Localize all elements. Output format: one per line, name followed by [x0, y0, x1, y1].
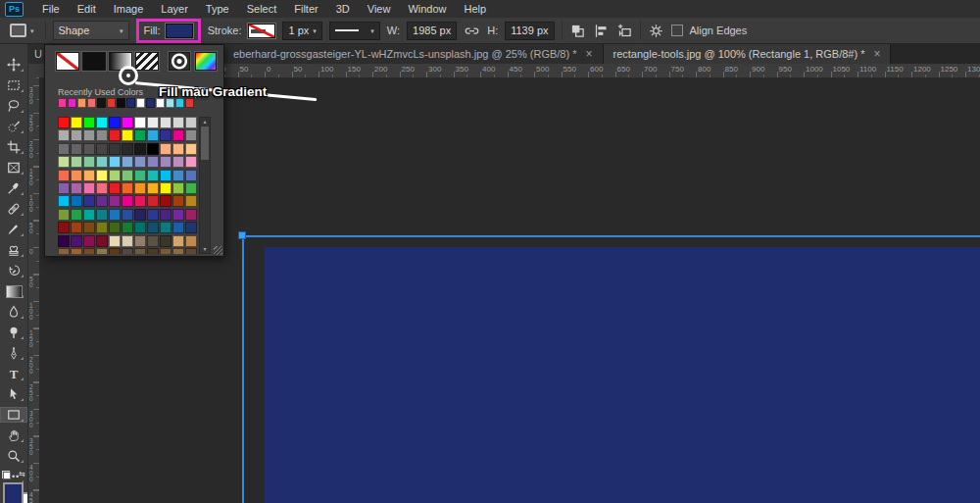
color-swatch[interactable] — [172, 235, 184, 247]
color-swatch[interactable] — [160, 170, 172, 181]
color-swatch[interactable] — [83, 156, 95, 168]
color-swatch[interactable] — [134, 182, 146, 194]
foreground-color-swatch[interactable] — [3, 482, 24, 503]
menu-item-edit[interactable]: Edit — [69, 3, 105, 15]
stroke-style-select[interactable]: ▾ — [329, 22, 380, 40]
color-swatch[interactable] — [147, 235, 159, 247]
color-swatch[interactable] — [71, 156, 82, 168]
fill-color-swatch[interactable] — [166, 24, 193, 38]
color-swatch[interactable] — [172, 182, 184, 194]
type-tool[interactable]: T — [0, 366, 27, 381]
width-input[interactable]: 1985 px — [407, 22, 457, 40]
color-swatch[interactable] — [58, 209, 70, 221]
color-swatch[interactable] — [147, 182, 159, 194]
rectangular-marquee-tool[interactable] — [0, 77, 27, 93]
color-swatch[interactable] — [96, 117, 108, 128]
path-operations-icon[interactable] — [569, 23, 586, 39]
color-swatch[interactable] — [58, 222, 70, 233]
path-selection-tool[interactable] — [0, 386, 27, 402]
color-swatch[interactable] — [122, 143, 133, 155]
color-swatch[interactable] — [109, 170, 121, 181]
color-swatch[interactable] — [160, 248, 172, 254]
brush-tool[interactable] — [0, 222, 27, 237]
color-swatch[interactable] — [83, 143, 95, 155]
menu-item-filter[interactable]: Filter — [285, 3, 326, 15]
color-swatch[interactable] — [109, 143, 121, 155]
menu-item-layer[interactable]: Layer — [152, 3, 197, 15]
color-swatch[interactable] — [134, 209, 146, 221]
color-swatch[interactable] — [96, 209, 108, 221]
color-swatch[interactable] — [122, 129, 133, 141]
color-swatch[interactable] — [122, 156, 133, 168]
color-swatch[interactable] — [185, 129, 197, 141]
color-swatch[interactable] — [83, 182, 95, 194]
color-swatch[interactable] — [122, 235, 133, 247]
blur-tool[interactable] — [0, 304, 27, 320]
zoom-tool[interactable] — [0, 448, 27, 464]
color-swatch[interactable] — [147, 170, 159, 181]
color-swatch[interactable] — [134, 235, 146, 247]
scroll-up-icon[interactable]: ▴ — [200, 118, 210, 126]
eyedropper-tool[interactable] — [0, 180, 27, 196]
color-swatch[interactable] — [185, 182, 197, 194]
pattern-button[interactable] — [135, 52, 159, 71]
color-swatch[interactable] — [147, 129, 159, 141]
color-swatch[interactable] — [109, 235, 121, 247]
color-swatch[interactable] — [122, 248, 133, 254]
scroll-down-icon[interactable]: ▾ — [200, 245, 210, 253]
color-swatch[interactable] — [134, 248, 146, 254]
color-swatch[interactable] — [109, 248, 121, 254]
color-swatch[interactable] — [71, 235, 82, 247]
color-swatch[interactable] — [185, 143, 197, 155]
color-swatch[interactable] — [77, 98, 86, 108]
dodge-tool[interactable] — [0, 325, 27, 340]
color-swatch[interactable] — [71, 209, 82, 221]
color-swatch[interactable] — [134, 117, 146, 128]
color-swatch[interactable] — [58, 98, 67, 108]
frame-tool[interactable] — [0, 160, 27, 176]
color-swatch[interactable] — [83, 195, 95, 207]
color-swatch[interactable] — [134, 170, 146, 181]
color-swatch[interactable] — [96, 143, 108, 155]
color-swatch[interactable] — [122, 209, 133, 221]
color-swatch[interactable] — [87, 98, 96, 108]
link-dimensions-icon[interactable] — [464, 23, 480, 39]
color-swatch[interactable] — [147, 195, 159, 207]
color-swatch[interactable] — [147, 156, 159, 168]
color-swatch[interactable] — [185, 248, 197, 254]
color-swatch[interactable] — [109, 195, 121, 207]
color-swatch[interactable] — [147, 222, 159, 233]
menu-item-type[interactable]: Type — [197, 3, 238, 15]
gear-icon[interactable] — [648, 23, 664, 39]
color-swatch[interactable] — [71, 195, 82, 207]
tool-preset-picker[interactable]: ▾ — [6, 24, 38, 37]
color-swatch[interactable] — [58, 182, 70, 194]
color-swatch[interactable] — [146, 98, 155, 108]
color-swatch[interactable] — [96, 248, 108, 254]
color-swatch[interactable] — [83, 129, 95, 141]
lasso-tool[interactable] — [0, 98, 27, 114]
stroke-width-input[interactable]: 1 px ▾ — [282, 22, 321, 40]
close-icon[interactable]: × — [585, 48, 592, 60]
color-swatch[interactable] — [122, 182, 133, 194]
color-swatch[interactable] — [134, 129, 146, 141]
color-swatch[interactable] — [122, 195, 133, 207]
color-swatch[interactable] — [122, 170, 133, 181]
history-brush-tool[interactable] — [0, 263, 27, 278]
shape-rectangle[interactable] — [265, 247, 980, 503]
color-swatch[interactable] — [185, 222, 197, 233]
color-swatch[interactable] — [96, 235, 108, 247]
tool-mode-select[interactable]: Shape ▾ — [53, 21, 129, 40]
color-swatch[interactable] — [147, 143, 159, 155]
color-swatch[interactable] — [172, 170, 184, 181]
color-swatch[interactable] — [134, 143, 146, 155]
height-input[interactable]: 1139 px — [505, 22, 554, 40]
move-tool[interactable] — [0, 57, 27, 73]
no-color-button[interactable] — [56, 52, 79, 71]
quick-selection-tool[interactable] — [0, 119, 27, 134]
color-swatch[interactable] — [96, 222, 108, 233]
document-tab-rectangle-tools[interactable]: rectangle-tools.jpg @ 100% (Rectangle 1,… — [604, 44, 892, 64]
color-swatch[interactable] — [160, 195, 172, 207]
swap-colors-icon[interactable]: ⇆ — [19, 471, 25, 478]
color-swatch[interactable] — [160, 182, 172, 194]
